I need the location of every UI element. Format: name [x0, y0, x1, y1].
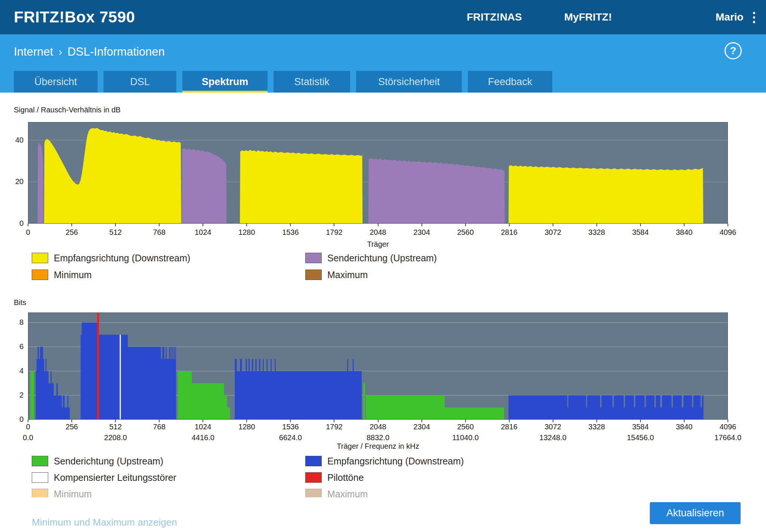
y-tick-label: 0 [5, 415, 24, 424]
x-tick-label: 768 [153, 228, 166, 237]
x-tick-label: 768 [153, 423, 166, 431]
x-tickmark [28, 224, 28, 226]
x-tick-label: 1792 [326, 423, 343, 431]
y-tick-label: 40 [5, 136, 24, 144]
x-tickmark [71, 420, 72, 422]
x-tick-label: 512 [109, 423, 121, 431]
x-tickmark [509, 224, 510, 226]
x-freq-label: 13248.0 [540, 433, 566, 442]
x-tickmark [684, 224, 685, 226]
x-tickmark [290, 224, 291, 226]
legend-item-pilottoene: Pilottöne [305, 472, 592, 483]
x-tick-label: 1536 [282, 423, 299, 431]
x-freq-label: 6624.0 [279, 433, 302, 442]
x-tick-label: 2560 [457, 423, 474, 431]
x-tickmark [684, 420, 685, 422]
x-tick-label: 2048 [370, 423, 386, 431]
x-tickmark [115, 224, 116, 226]
footer: Minimum und Maximum anzeigen Aktualisier… [0, 497, 766, 532]
x-tickmark [465, 224, 466, 226]
x-tickmark [115, 420, 116, 422]
x-tickmark [728, 420, 728, 422]
snr-legend: Empfangsrichtung (Downstream) Sendericht… [32, 252, 592, 280]
y-tick-label: 4 [5, 367, 24, 375]
x-tick-label: 3328 [589, 423, 605, 431]
x-tick-label: 1280 [238, 228, 255, 237]
x-tickmark [421, 420, 422, 422]
x-tick-label: 3584 [632, 228, 649, 237]
minmax-toggle-link[interactable]: Minimum und Maximum anzeigen [32, 517, 177, 528]
x-tickmark [509, 420, 510, 422]
legend-item-leitungsstoerer: Kompensierter Leitungsstörer [32, 472, 305, 483]
x-tickmark [553, 420, 553, 422]
x-tick-label: 3840 [676, 228, 693, 237]
x-freq-label: 8832.0 [367, 433, 389, 442]
x-freq-label: 4416.0 [192, 433, 214, 442]
x-tick-label: 512 [109, 228, 121, 237]
x-tickmark [203, 224, 203, 226]
x-tickmark [28, 420, 28, 422]
x-tick-label: 3840 [676, 423, 693, 431]
x-tick-label: 3072 [545, 423, 562, 431]
bits-spectrum-plot [28, 312, 728, 420]
x-tickmark [203, 420, 203, 422]
x-tickmark [640, 224, 641, 226]
bits-spectrum-axis-title: Träger / Frequenz in kHz [337, 442, 419, 451]
maximum-swatch [305, 270, 322, 280]
x-tickmark [378, 420, 379, 422]
x-tick-label: 2304 [413, 423, 430, 431]
x-tick-label: 256 [65, 228, 78, 237]
x-tick-label: 2560 [457, 228, 474, 237]
downstream-swatch [32, 253, 48, 263]
x-tick-label: 2816 [501, 228, 518, 237]
x-tickmark [334, 224, 334, 226]
x-tick-label: 4096 [720, 423, 736, 431]
x-tickmark [553, 224, 553, 226]
pilottoene-swatch [305, 472, 322, 483]
x-tickmark [596, 420, 597, 422]
upstream-bits-swatch [32, 456, 48, 466]
x-tick-label: 256 [65, 423, 78, 431]
y-tick-label: 2 [5, 391, 24, 399]
x-tick-label: 1024 [195, 228, 211, 237]
y-tick-label: 6 [5, 342, 24, 351]
x-freq-label: 11040.0 [452, 433, 479, 442]
x-tickmark [290, 420, 291, 422]
leitungsstoerer-swatch [32, 472, 48, 483]
snr-spectrum-axis-title: Träger [367, 240, 389, 249]
fritzbox-page: FRITZ!Box 7590 FRITZ!NAS MyFRITZ! Mario … [0, 0, 766, 532]
legend-item-upstream: Senderichtung (Upstream) [305, 252, 592, 264]
x-freq-label: 0.0 [23, 433, 33, 442]
x-freq-label: 17664.0 [714, 433, 741, 442]
x-freq-label: 15456.0 [627, 433, 654, 442]
refresh-button[interactable]: Aktualisieren [650, 502, 741, 524]
x-tickmark [640, 420, 641, 422]
x-tick-label: 3584 [632, 423, 649, 431]
y-tick-label: 20 [5, 177, 24, 186]
x-tickmark [159, 420, 160, 422]
x-tick-label: 1280 [238, 423, 255, 431]
downstream-bits-swatch [305, 456, 322, 466]
x-freq-label: 2208.0 [104, 433, 127, 442]
legend-item-maximum: Maximum [305, 269, 592, 280]
x-tickmark [596, 224, 597, 226]
legend-item-upstream-bits: Senderichtung (Upstream) [32, 455, 305, 467]
x-tick-label: 0 [26, 423, 30, 431]
x-tickmark [334, 420, 334, 422]
upstream-swatch [305, 253, 322, 263]
x-tick-label: 4096 [720, 228, 736, 237]
y-tick-label: 0 [5, 219, 24, 228]
x-tick-label: 2816 [501, 423, 518, 431]
x-tick-label: 3072 [545, 228, 562, 237]
x-tickmark [246, 224, 247, 226]
x-tickmark [71, 224, 72, 226]
x-tick-label: 0 [26, 228, 30, 237]
snr-spectrum-plot [28, 122, 728, 224]
x-tick-label: 2048 [370, 228, 386, 237]
x-tick-label: 3328 [589, 228, 605, 237]
legend-item-downstream-bits: Empfangsrichtung (Downstream) [305, 455, 592, 467]
x-tick-label: 2304 [413, 228, 430, 237]
x-tick-label: 1792 [326, 228, 343, 237]
x-tick-label: 1024 [195, 423, 211, 431]
x-tickmark [159, 224, 160, 226]
